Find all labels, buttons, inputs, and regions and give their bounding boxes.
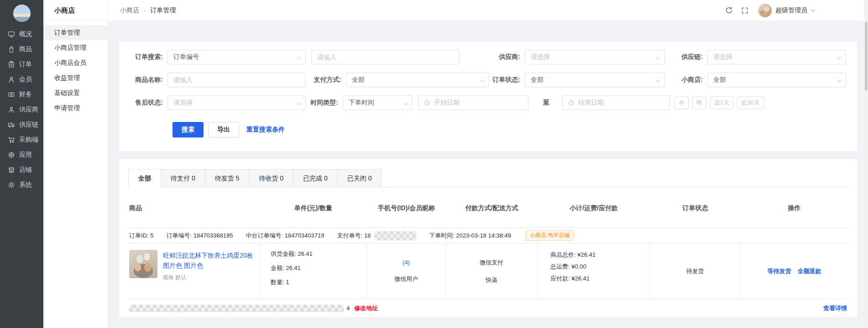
quick-range-7days[interactable]: 近7天 [710,96,733,109]
buyer-id-link[interactable]: (4) [403,259,410,266]
overview-icon [8,31,15,38]
tab-all[interactable]: 全部 [128,169,161,187]
tab-completed[interactable]: 已完成 0 [293,169,338,187]
supply-chain-select[interactable]: 请选择 [707,50,846,64]
order-status-select[interactable]: 全部 [525,73,665,87]
submenu-item-revenue[interactable]: 收益管理 [43,70,108,85]
chevron-down-icon [480,78,485,82]
order-search-label: 订单搜索: [125,53,167,61]
col-payment-delivery: 付款方式/配送方式 [446,204,538,212]
rail-item-system[interactable]: 系统 [0,177,43,192]
submenu-item-applications[interactable]: 申请管理 [43,101,108,116]
shipping-fee: 总运费: ¥0.00 [550,263,645,271]
fullscreen-icon[interactable] [741,6,749,15]
full-refund-link[interactable]: 全额退款 [798,267,821,275]
submenu-item-shop-management[interactable]: 小商店管理 [43,40,108,55]
primary-sidebar: 概况 商品 订单 会员 财务 供应商 [0,0,43,328]
search-button[interactable]: 搜索 [173,122,204,138]
totals-cell: 商品总价: ¥26.41 总运费: ¥0.00 应付款: ¥26.41 [538,243,650,299]
quick-range-30days[interactable]: 近30天 [737,96,763,109]
refresh-icon[interactable] [725,6,733,15]
tab-pending-shipment[interactable]: 待发货 5 [205,169,250,187]
amount: 金额: 26.41 [264,264,362,272]
actions-cell: 等待发货 全额退款 [741,243,848,299]
product-title-link[interactable]: 旺鲜汪皖北林下散养土鸡蛋20枚 图片色 图片色 [163,251,253,270]
rail-item-finance[interactable]: 财务 [0,87,43,102]
reset-filters-link[interactable]: 重置搜索条件 [246,126,285,134]
after-sale-select[interactable]: 请选择 [167,95,306,110]
product-name-input[interactable] [167,73,306,87]
rail-item-overview[interactable]: 概况 [0,26,43,42]
shop-select[interactable]: 全部 [707,73,846,87]
chevron-down-icon [656,55,660,59]
view-detail-link[interactable]: 查看详情 [823,304,847,312]
user-menu-chevron-icon[interactable] [811,7,816,12]
shop-label: 小商店: [665,76,707,84]
quick-range-yesterday[interactable]: 昨 [692,96,706,109]
product-image[interactable] [129,250,157,278]
filter-row-2: 商品名称: 支付方式: 全部 订单状态: 全部 小商店: 全部 [125,73,852,87]
clock-icon [424,100,430,106]
time-type-select[interactable]: 下单时间 [343,95,413,110]
pay-method-select[interactable]: 全部 [346,73,489,87]
unit-qty-cell: 供货金额: 26.41 金额: 26.41 数量: 1 [260,243,367,299]
rail-item-goods[interactable]: 商品 [0,42,43,57]
order-address-row: 4 修改地址 查看详情 [128,299,848,317]
rail-item-supply-chain[interactable]: 供应链 [0,117,43,132]
filter-row-1: 订单搜索: 订单编号 供应商: 请选择 供应链: 请选择 [125,50,852,64]
start-date-input[interactable]: 开始日期 [418,95,528,110]
tab-closed[interactable]: 已关闭 0 [337,169,382,187]
rail-item-store[interactable]: 店铺 [0,162,43,177]
buyer-nickname: 微信用户 [394,275,418,283]
submenu-item-order-management[interactable]: 订单管理 [43,25,108,40]
rail-item-supplier[interactable]: 供应商 [0,102,43,117]
shop-badge: 小商店:韦平店铺 [526,230,574,241]
brand-avatar[interactable] [13,5,31,22]
rail-item-procurement[interactable]: 采购端 [0,132,43,147]
scrollbar-thumb[interactable] [865,22,868,90]
product-name-label: 商品名称: [125,76,167,84]
chevron-down-icon [297,55,301,59]
secondary-sidebar: 小商店 订单管理 小商店管理 小商店会员 收益管理 基础设置 申请管理 [43,0,108,328]
breadcrumb-root[interactable]: 小商店 [120,6,139,15]
table-header: 商品 单件(元)/数量 手机号(ID)/会员昵称 付款方式/配送方式 小计/运费… [128,198,848,218]
supplier-select[interactable]: 请选择 [525,50,665,64]
user-name[interactable]: 超级管理员 [775,6,807,15]
supplier-icon [8,106,15,113]
topbar-right: 超级管理员 [725,4,814,17]
filter-actions: 搜索 导出 重置搜索条件 [173,122,852,138]
order-id: 订单ID: 5 [129,232,153,240]
end-date-input[interactable]: 结束日期 [562,95,670,110]
date-to-label: 至 [539,99,554,107]
supply-chain-label: 供应链: [665,53,707,61]
modify-address-link[interactable]: 修改地址 [354,304,378,312]
rail-item-apps[interactable]: 应用 [0,147,43,162]
await-shipment-link[interactable]: 等待发货 [768,267,791,275]
order-row: 旺鲜汪皖北林下散养土鸡蛋20枚 图片色 图片色 规格 默认 供货金额: 26.4… [128,243,848,299]
order-search-type-select[interactable]: 订单编号 [167,50,306,64]
tab-pending-payment[interactable]: 待支付 0 [161,169,205,187]
page-scrollbar [864,0,868,328]
blurred-address [129,305,344,312]
rail-item-members[interactable]: 会员 [0,72,43,87]
order-time: 下单时间: 2023-03-18 14:38:49 [429,232,511,240]
order-group: 订单ID: 5 订单编号: 184703368195 中台订单编号: 18470… [128,227,848,317]
user-avatar[interactable] [758,4,772,17]
order-meta-row: 订单ID: 5 订单编号: 184703368195 中台订单编号: 18470… [128,227,848,243]
order-search-input[interactable] [311,50,460,64]
quick-range-today[interactable]: 今 [675,96,689,109]
members-icon [8,76,15,83]
chevron-down-icon [403,101,408,105]
supplier-label: 供应商: [460,53,525,61]
tab-pending-receipt[interactable]: 待收货 0 [249,169,293,187]
chevron-down-icon [297,101,301,105]
status-cell: 待发货 [650,243,741,299]
supply-amount: 供货金额: 26.41 [264,250,362,258]
rail-item-orders[interactable]: 订单 [0,57,43,72]
col-status: 订单状态 [650,204,741,212]
export-button[interactable]: 导出 [208,122,239,138]
order-status-value: 待发货 [686,267,704,275]
submenu-item-shop-members[interactable]: 小商店会员 [43,55,108,70]
order-list-panel: 全部 待支付 0 待发货 5 待收货 0 已完成 0 已关闭 0 商品 单件(元… [119,159,857,317]
submenu-item-basic-settings[interactable]: 基础设置 [43,85,108,101]
